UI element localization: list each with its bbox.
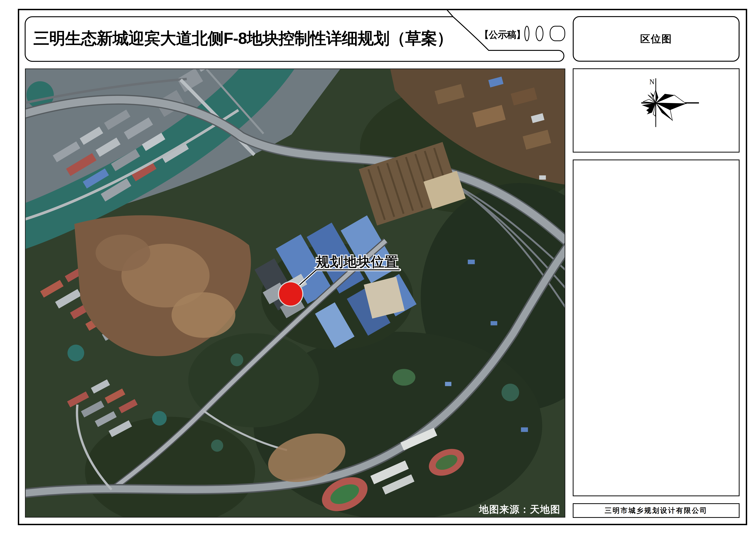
location-map-panel: 区位图 xyxy=(573,16,740,62)
satellite-map: 规划地块位置 地图来源：天地图 xyxy=(25,68,565,518)
marker-label: 规划地块位置 xyxy=(316,254,398,269)
banner-swoosh-line xyxy=(446,10,453,17)
location-map-title: 区位图 xyxy=(640,32,672,46)
plan-sheet-page: 三明生态新城迎宾大道北侧F-8地块控制性详细规划（草案） 【公示稿】 区位图 N xyxy=(0,0,756,534)
compass-panel: N xyxy=(573,68,740,153)
detail-plan-panel-empty xyxy=(573,160,740,496)
company-name: 三明市城乡规划设计有限公司 xyxy=(605,506,708,515)
satellite-map-graphic: 规划地块位置 地图来源：天地图 xyxy=(26,69,565,517)
speed-pill-medium xyxy=(536,26,543,41)
speed-pill-large xyxy=(550,26,565,41)
page-title: 三明生态新城迎宾大道北侧F-8地块控制性详细规划（草案） xyxy=(33,30,455,47)
compass-north-label: N xyxy=(649,78,654,86)
compass-rose-icon: N xyxy=(574,69,739,153)
red-site-marker xyxy=(279,282,303,306)
map-source-caption: 地图来源：天地图 xyxy=(479,504,560,515)
speed-pill-small xyxy=(525,26,529,41)
public-notice-badge: 【公示稿】 xyxy=(479,28,525,41)
company-bar: 三明市城乡规划设计有限公司 xyxy=(573,503,740,518)
